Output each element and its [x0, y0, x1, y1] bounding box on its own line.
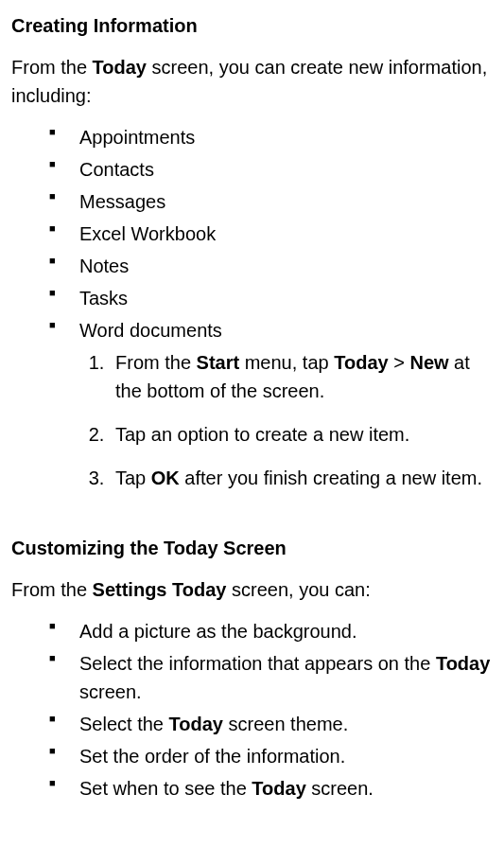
text: From the [115, 352, 197, 373]
steps-list: From the Start menu, tap Today > New at … [79, 348, 493, 492]
bold-today: Today [252, 778, 305, 799]
list-item: Messages [49, 187, 493, 216]
text: > [389, 352, 410, 373]
heading-creating-information: Creating Information [11, 11, 493, 40]
bold-settings-today: Settings Today [93, 579, 227, 600]
step-item: Tap an option to create a new item. [110, 420, 493, 449]
text: From the [11, 579, 93, 600]
list-item: Contacts [49, 155, 493, 184]
step-item: From the Start menu, tap Today > New at … [110, 348, 493, 405]
list-item-label: Word documents [79, 320, 222, 341]
bold-new: New [409, 352, 448, 373]
text: From the [11, 57, 93, 78]
bullet-list-customizing: Add a picture as the background. Select … [11, 617, 493, 803]
list-item: Set when to see the Today screen. [49, 774, 493, 803]
text: screen, you can: [226, 579, 370, 600]
list-item: Set the order of the information. [49, 742, 493, 770]
intro-paragraph-1: From the Today screen, you can create ne… [11, 53, 493, 110]
heading-customizing-today: Customizing the Today Screen [11, 534, 493, 562]
list-item: Tasks [49, 284, 493, 312]
list-item: Select the information that appears on t… [49, 649, 493, 706]
bold-today: Today [436, 653, 490, 674]
text: after you finish creating a new item. [180, 468, 482, 488]
bold-today: Today [169, 714, 223, 734]
bold-today: Today [93, 57, 147, 78]
text: menu, tap [239, 352, 334, 373]
list-item: Excel Workbook [49, 220, 493, 248]
text: Select the information that appears on t… [79, 653, 436, 674]
list-item: Add a picture as the background. [49, 617, 493, 645]
bullet-list-creating: Appointments Contacts Messages Excel Wor… [11, 123, 493, 492]
text: Set when to see the [79, 778, 252, 799]
list-item: Word documents From the Start menu, tap … [49, 316, 493, 492]
text: Tap [115, 468, 151, 488]
step-item: Tap OK after you finish creating a new i… [110, 464, 493, 492]
text: screen theme. [223, 714, 348, 734]
text: screen. [306, 778, 374, 799]
bold-today: Today [334, 352, 388, 373]
bold-ok: OK [151, 468, 180, 488]
bold-start: Start [197, 352, 240, 373]
list-item: Select the Today screen theme. [49, 710, 493, 738]
intro-paragraph-2: From the Settings Today screen, you can: [11, 575, 493, 604]
text: Select the [79, 714, 169, 734]
list-item: Notes [49, 252, 493, 280]
list-item: Appointments [49, 123, 493, 151]
text: screen. [79, 681, 142, 702]
